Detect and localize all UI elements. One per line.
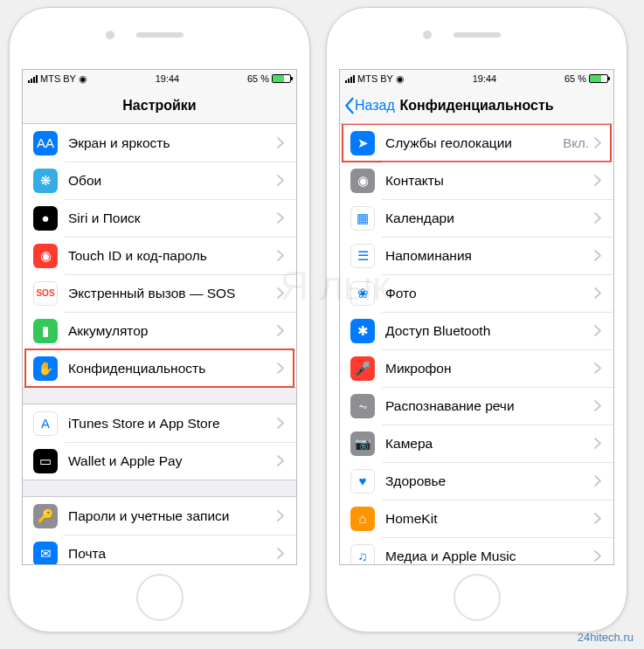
row-icon: ●: [33, 206, 58, 231]
settings-row[interactable]: 📷Камера: [340, 425, 613, 462]
settings-row[interactable]: AiTunes Store и App Store: [23, 404, 296, 442]
settings-row[interactable]: ➤Службы геолокацииВкл.: [340, 124, 613, 162]
settings-row[interactable]: ▮Аккумулятор: [23, 312, 296, 349]
settings-row[interactable]: 🔑Пароли и учетные записи: [23, 497, 296, 535]
settings-row[interactable]: 🎤Микрофон: [340, 349, 613, 387]
chevron-right-icon: [594, 175, 601, 186]
settings-row[interactable]: ▦Календари: [340, 199, 613, 237]
chevron-right-icon: [594, 513, 601, 524]
row-label: Экран и яркость: [68, 135, 277, 151]
row-icon: ➤: [350, 131, 375, 155]
row-label: Пароли и учетные записи: [68, 508, 277, 524]
chevron-right-icon: [594, 287, 601, 299]
chevron-right-icon: [277, 137, 284, 148]
back-label: Назад: [355, 98, 395, 114]
row-label: Доступ Bluetooth: [385, 323, 594, 339]
row-icon: ◉: [350, 169, 375, 193]
home-button[interactable]: [454, 574, 501, 621]
settings-list[interactable]: AAЭкран и яркость❋Обои●Siri и Поиск◉Touc…: [23, 124, 296, 564]
settings-row[interactable]: ♥Здоровье: [340, 462, 613, 500]
signal-icon: [345, 75, 355, 83]
screen-left: MTS BY ◉ 19:44 65 % Настройки AAЭкран и …: [22, 69, 297, 565]
chevron-right-icon: [277, 418, 284, 429]
chevron-right-icon: [594, 325, 601, 336]
row-label: Здоровье: [385, 473, 594, 489]
row-label: Распознавание речи: [385, 398, 594, 414]
chevron-right-icon: [277, 325, 284, 336]
row-icon: ♥: [350, 469, 375, 494]
nav-bar: Настройки: [23, 87, 296, 124]
wifi-icon: ◉: [396, 73, 405, 85]
carrier-label: MTS BY: [40, 73, 76, 84]
settings-row[interactable]: ♫Медиа и Apple Music: [340, 537, 613, 564]
row-value: Вкл.: [563, 135, 589, 150]
row-icon: ⏦: [350, 394, 375, 418]
privacy-list[interactable]: ➤Службы геолокацииВкл.◉Контакты▦Календар…: [340, 124, 613, 564]
settings-row[interactable]: ✋Конфиденциальность: [23, 349, 296, 387]
row-label: Микрофон: [385, 361, 594, 376]
battery-percent: 65 %: [247, 73, 269, 84]
settings-group: 🔑Пароли и учетные записи✉Почта◉Контакты▦…: [23, 496, 296, 564]
speaker: [454, 32, 501, 38]
settings-group: AiTunes Store и App Store▭Wallet и Apple…: [23, 404, 296, 480]
settings-row[interactable]: ◉Touch ID и код-пароль: [23, 237, 296, 274]
nav-bar: Назад Конфиденциальность: [340, 87, 613, 124]
settings-row[interactable]: AAЭкран и яркость: [23, 124, 296, 162]
clock: 19:44: [473, 73, 497, 84]
row-label: Календари: [385, 211, 594, 226]
row-icon: ▦: [350, 206, 375, 231]
row-label: Напоминания: [385, 248, 594, 264]
page-title: Настройки: [23, 98, 296, 114]
settings-row[interactable]: SOSЭкстренный вызов — SOS: [23, 274, 296, 312]
row-label: Конфиденциальность: [68, 361, 277, 376]
row-label: Камера: [385, 436, 594, 452]
battery-percent: 65 %: [564, 73, 586, 84]
chevron-left-icon: [343, 97, 355, 114]
row-icon: 🎤: [350, 356, 375, 381]
row-icon: ✱: [350, 319, 375, 343]
wifi-icon: ◉: [79, 73, 87, 85]
chevron-right-icon: [277, 212, 284, 224]
chevron-right-icon: [277, 510, 284, 521]
phone-right: MTS BY ◉ 19:44 65 % Назад Конфиденциальн…: [326, 7, 627, 632]
home-button[interactable]: [136, 574, 184, 621]
settings-group: ➤Службы геолокацииВкл.◉Контакты▦Календар…: [340, 124, 613, 564]
phone-left: MTS BY ◉ 19:44 65 % Настройки AAЭкран и …: [9, 7, 310, 632]
chevron-right-icon: [277, 455, 284, 466]
battery-icon: [272, 74, 291, 83]
row-label: Почта: [68, 546, 277, 562]
settings-row[interactable]: ✱Доступ Bluetooth: [340, 312, 613, 349]
settings-row[interactable]: ✉Почта: [23, 535, 296, 564]
chevron-right-icon: [594, 475, 601, 487]
battery-icon: [589, 74, 608, 83]
clock: 19:44: [156, 73, 180, 84]
row-icon: SOS: [33, 281, 58, 306]
row-label: iTunes Store и App Store: [68, 416, 277, 432]
status-bar: MTS BY ◉ 19:44 65 %: [340, 70, 613, 87]
settings-row[interactable]: ●Siri и Поиск: [23, 199, 296, 237]
row-label: Siri и Поиск: [68, 211, 277, 226]
row-icon: 📷: [350, 432, 375, 456]
settings-row[interactable]: ❀Фото: [340, 274, 613, 312]
row-icon: ▮: [33, 319, 58, 343]
row-label: Службы геолокации: [385, 135, 563, 151]
row-label: Обои: [68, 173, 277, 189]
row-icon: ☰: [350, 244, 375, 268]
settings-row[interactable]: ☰Напоминания: [340, 237, 613, 274]
settings-row[interactable]: ❋Обои: [23, 162, 296, 199]
settings-row[interactable]: ⌂HomeKit: [340, 500, 613, 537]
chevron-right-icon: [594, 400, 601, 411]
row-label: Аккумулятор: [68, 323, 277, 339]
chevron-right-icon: [594, 250, 601, 261]
row-icon: ❀: [350, 281, 375, 306]
row-icon: ▭: [33, 449, 58, 473]
chevron-right-icon: [277, 548, 284, 559]
back-button[interactable]: Назад: [340, 97, 395, 114]
row-label: Wallet и Apple Pay: [68, 453, 277, 469]
status-bar: MTS BY ◉ 19:44 65 %: [23, 70, 296, 87]
settings-row[interactable]: ◉Контакты: [340, 162, 613, 199]
settings-row[interactable]: ▭Wallet и Apple Pay: [23, 442, 296, 480]
chevron-right-icon: [594, 137, 601, 148]
row-label: Экстренный вызов — SOS: [68, 286, 277, 301]
settings-row[interactable]: ⏦Распознавание речи: [340, 387, 613, 425]
